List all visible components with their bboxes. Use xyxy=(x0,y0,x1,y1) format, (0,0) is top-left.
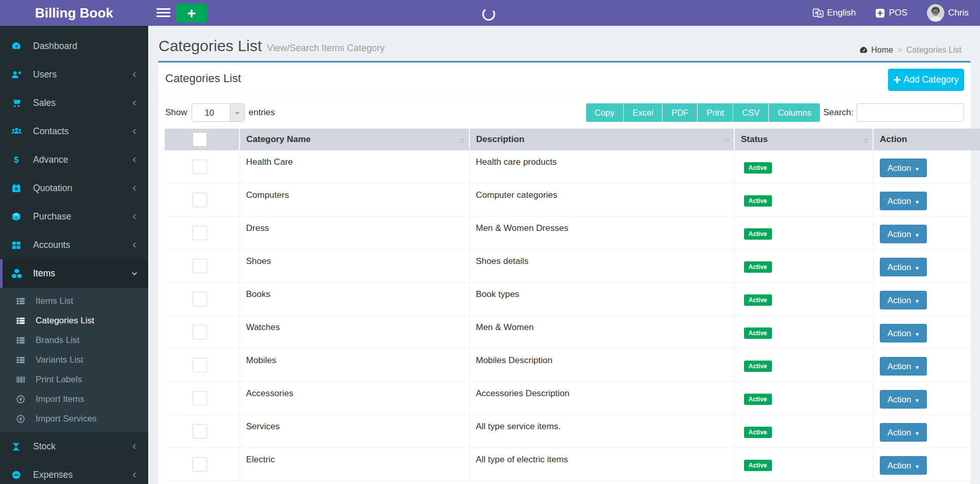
status-badge: Active xyxy=(744,427,772,438)
breadcrumb-home[interactable]: Home xyxy=(859,45,893,55)
categories-card: Categories List Add Category Show 10 ent… xyxy=(158,61,971,484)
show-label: Show xyxy=(165,107,187,118)
sidebar-item-users[interactable]: Users xyxy=(0,60,148,89)
calendar-plus-icon xyxy=(11,183,33,193)
dollar-icon: $ xyxy=(11,155,33,165)
column-header-category-name[interactable]: Category Name↓↑ xyxy=(240,129,469,150)
sidebar-item-stock[interactable]: Stock xyxy=(0,432,148,461)
search-label: Search: xyxy=(823,107,853,118)
columns-export-button[interactable]: Columns xyxy=(769,103,820,122)
status-badge: Active xyxy=(744,327,772,339)
language-label: English xyxy=(827,8,856,18)
entries-label: entries xyxy=(249,107,275,118)
description-cell: Mobiles Description xyxy=(469,349,734,382)
user-name: Chris xyxy=(948,8,969,18)
table-row: BooksBook typesActiveAction ▾ xyxy=(165,283,980,316)
row-checkbox[interactable] xyxy=(193,160,207,174)
table-row: DressMen & Women DressesActiveAction ▾ xyxy=(165,216,980,249)
excel-export-button[interactable]: Excel xyxy=(624,103,662,122)
table-row: ServicesAll type service items.ActiveAct… xyxy=(165,415,980,448)
sidebar-item-quotation[interactable]: Quotation xyxy=(0,174,148,202)
row-checkbox[interactable] xyxy=(193,292,207,306)
chevron-left-icon xyxy=(131,185,138,192)
sidebar-item-accounts[interactable]: Accounts xyxy=(0,231,148,259)
sidebar-item-brands-list[interactable]: Brands List xyxy=(0,331,148,350)
caret-down-icon: ▾ xyxy=(915,198,919,206)
sidebar-toggle-button[interactable] xyxy=(156,8,170,18)
card-title: Categories List xyxy=(165,72,241,85)
chevron-left-icon xyxy=(131,71,138,78)
table-row: AccessoriesAccessories DescriptionActive… xyxy=(165,382,980,415)
sidebar-item-items[interactable]: Items xyxy=(0,259,148,288)
pdf-export-button[interactable]: PDF xyxy=(662,103,697,122)
row-checkbox[interactable] xyxy=(193,259,207,273)
row-checkbox[interactable] xyxy=(193,358,207,372)
sidebar-item-import-items[interactable]: Import Items xyxy=(0,389,148,409)
action-button[interactable]: Action ▾ xyxy=(880,291,927,309)
row-checkbox[interactable] xyxy=(193,424,207,439)
row-checkbox[interactable] xyxy=(193,193,207,207)
quick-add-button[interactable] xyxy=(176,4,207,23)
sidebar-submenu-items: Items ListCategories ListBrands ListVari… xyxy=(0,288,148,432)
caret-down-icon: ▾ xyxy=(915,264,919,272)
action-button[interactable]: Action ▾ xyxy=(880,225,927,243)
sidebar-item-sales[interactable]: Sales xyxy=(0,89,148,117)
sort-icon[interactable]: ↓↑ xyxy=(724,135,729,144)
column-header-description[interactable]: Description↓↑ xyxy=(469,129,734,150)
page-length-dropdown[interactable]: 10 xyxy=(192,104,244,121)
row-checkbox[interactable] xyxy=(193,226,207,240)
sort-icon[interactable]: ↓↑ xyxy=(459,135,464,144)
sidebar-item-expenses[interactable]: Expenses xyxy=(0,461,148,484)
csv-export-button[interactable]: CSV xyxy=(733,103,768,122)
sidebar-item-contacts[interactable]: Contacts xyxy=(0,117,148,146)
add-category-button[interactable]: Add Category xyxy=(888,69,964,91)
action-button[interactable]: Action ▾ xyxy=(880,390,927,409)
barcode-icon xyxy=(16,375,36,384)
list-icon xyxy=(16,336,36,345)
sidebar-item-import-services[interactable]: Import Services xyxy=(0,409,148,429)
action-button[interactable]: Action ▾ xyxy=(880,456,927,475)
select-all-checkbox[interactable] xyxy=(193,132,207,147)
category-name-cell: Dress xyxy=(240,216,469,249)
grid-icon xyxy=(11,240,33,250)
search-input[interactable] xyxy=(857,103,964,122)
description-cell: Shoes details xyxy=(469,249,734,283)
action-button[interactable]: Action ▾ xyxy=(880,357,927,376)
action-button[interactable]: Action ▾ xyxy=(880,192,927,210)
status-badge: Active xyxy=(744,460,772,471)
user-menu[interactable]: Chris xyxy=(927,4,969,22)
pos-button[interactable]: POS xyxy=(875,8,907,18)
table-row: Health CareHealth care productsActiveAct… xyxy=(165,150,980,183)
status-badge: Active xyxy=(744,261,772,273)
row-checkbox[interactable] xyxy=(193,325,207,339)
export-search-controls: CopyExcelPDFPrintCSVColumns Search: xyxy=(586,103,964,122)
action-button[interactable]: Action ▾ xyxy=(880,258,927,276)
action-button[interactable]: Action ▾ xyxy=(880,159,927,177)
cart-icon xyxy=(11,98,33,108)
caret-down-icon: ▾ xyxy=(915,430,919,437)
sidebar-item-categories-list[interactable]: Categories List xyxy=(0,311,148,331)
caret-down-icon: ▾ xyxy=(915,165,919,173)
sidebar-item-items-list[interactable]: Items List xyxy=(0,291,148,311)
copy-export-button[interactable]: Copy xyxy=(586,103,624,122)
app-logo[interactable]: Billing Book xyxy=(0,0,148,26)
minus-circle-icon xyxy=(11,470,33,480)
plus-square-icon xyxy=(875,8,885,18)
action-button[interactable]: Action ▾ xyxy=(880,423,927,442)
category-name-cell: Mobiles xyxy=(240,349,469,382)
language-menu[interactable]: a A English xyxy=(813,8,856,19)
column-header-status[interactable]: Status↓↑ xyxy=(734,129,873,150)
category-name-cell: Shoes xyxy=(240,249,469,283)
sidebar-item-purchase[interactable]: Purchase xyxy=(0,202,148,231)
action-button[interactable]: Action ▾ xyxy=(880,324,927,342)
status-badge: Active xyxy=(744,228,772,240)
print-export-button[interactable]: Print xyxy=(698,103,733,122)
sidebar-item-dashboard[interactable]: Dashboard xyxy=(0,32,148,60)
row-checkbox[interactable] xyxy=(193,391,207,405)
sidebar-item-print-labels[interactable]: Print Labels xyxy=(0,370,148,389)
sidebar-item-variants-list[interactable]: Variants List xyxy=(0,350,148,370)
row-checkbox[interactable] xyxy=(193,457,207,472)
sidebar-item-advance[interactable]: $Advance xyxy=(0,146,148,174)
page-length-select[interactable]: 10 xyxy=(192,103,245,122)
sort-icon[interactable]: ↓↑ xyxy=(863,135,867,144)
